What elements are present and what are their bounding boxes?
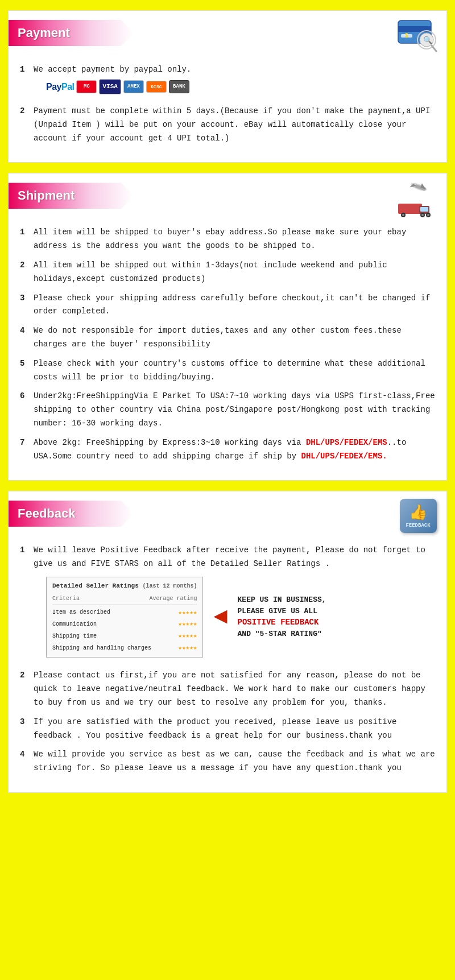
ship-item-4: 4 We do not responsible for import dutie… [20, 324, 435, 352]
payment-item-1: 1 We accept payment by paypal only. PayP… [20, 63, 435, 99]
ship-item-2: 2 All item will be shipped out within 1-… [20, 259, 435, 286]
svg-point-20 [427, 214, 429, 216]
svg-line-7 [432, 46, 436, 51]
ratings-subtitle: (last 12 months) [142, 583, 197, 589]
payment-cards: PayPal MC VISA AMEX DISC BANK [46, 79, 435, 94]
feedback-header: Feedback 👍 FEEDBACK [9, 491, 446, 536]
stars-1: ★★★★★ [178, 619, 197, 630]
payment-icon: $ 🔍 [395, 15, 441, 55]
table-row: Shipping time ★★★★★ [52, 630, 197, 642]
feedback-item-2: 2 Please contact us first,if you are not… [20, 669, 435, 709]
shipment-header: Shipment [9, 173, 446, 218]
svg-rect-14 [420, 207, 428, 212]
payment-item-2-num: 2 [20, 105, 30, 118]
ratings-table: Detailed Seller Ratings (last 12 months)… [46, 577, 203, 658]
svg-text:$: $ [405, 32, 408, 39]
feedback-label: FEEDBACK [406, 523, 430, 528]
svg-text:🔍: 🔍 [423, 35, 433, 45]
table-row: Item as described ★★★★★ [52, 607, 197, 619]
table-row: Shipping and handling charges ★★★★★ [52, 642, 197, 654]
dhl-red-1: DHL/UPS/FEDEX/EMS [306, 438, 387, 447]
shipment-section: Shipment [8, 173, 447, 481]
ratings-title: Detailed Seller Ratings (last 12 months) [52, 581, 197, 592]
shipment-title-wrap: Shipment [9, 183, 134, 209]
ratings-area: Detailed Seller Ratings (last 12 months)… [46, 577, 435, 658]
stars-2: ★★★★★ [178, 631, 197, 642]
svg-point-16 [402, 214, 404, 216]
payment-header: Payment $ 🔍 [9, 11, 446, 55]
paypal-logo: PayPal [46, 79, 74, 94]
discover-icon: DISC [146, 81, 167, 93]
shipment-icon [395, 178, 441, 218]
feedback-title: Feedback [18, 506, 76, 520]
payment-title-wrap: Payment [9, 20, 134, 46]
ship-item-6: 6 Under2kg:FreeShippingVia E Parket To U… [20, 390, 435, 430]
keep-us-text: KEEP US IN BUSINESS, PLEASE GIVE US ALL … [238, 594, 326, 640]
shipment-title: Shipment [18, 188, 75, 202]
feedback-icon: 👍 FEEDBACK [400, 499, 437, 533]
feedback-item-3: 3 If you are satisfied with the product … [20, 716, 435, 743]
feedback-item-4: 4 We will provide you service as best as… [20, 748, 435, 775]
positive-feedback-text: POSITIVE FEEDBACK [238, 617, 326, 628]
svg-rect-12 [398, 204, 422, 214]
payment-item-2: 2 Payment must be complete within 5 days… [20, 105, 435, 145]
ship-item-5: 5 Please check with your country's custo… [20, 357, 435, 384]
ship-item-1: 1 All item will be shipped to buyer's eb… [20, 226, 435, 253]
arrow-left-icon: ◀ [213, 598, 227, 636]
thumbs-up-icon: 👍 [409, 503, 427, 522]
feedback-content: 1 We will leave Positive Feedback after … [9, 544, 446, 775]
table-row: Communication ★★★★★ [52, 618, 197, 630]
payment-item-1-text: We accept payment by paypal only. PayPal… [34, 63, 435, 99]
svg-point-18 [421, 214, 424, 216]
ship-item-7: 7 Above 2kg: FreeShipping by Express:3~1… [20, 436, 435, 464]
payment-title: Payment [18, 26, 70, 40]
feedback-title-wrap: Feedback [9, 501, 134, 527]
payment-content: 1 We accept payment by paypal only. PayP… [9, 63, 446, 145]
shipment-content: 1 All item will be shipped to buyer's eb… [9, 226, 446, 463]
stars-0: ★★★★★ [178, 607, 197, 618]
feedback-item-1: 1 We will leave Positive Feedback after … [20, 544, 435, 663]
feedback-icon-wrap: 👍 FEEDBACK [395, 496, 441, 536]
ratings-col-headers: Criteria Average rating [52, 594, 197, 605]
ship-item-3: 3 Please check your shipping address car… [20, 292, 435, 319]
amex-icon: AMEX [123, 80, 144, 93]
payment-item-1-num: 1 [20, 63, 30, 77]
mastercard-icon: MC [76, 80, 97, 93]
visa-icon: VISA [99, 79, 121, 94]
payment-section: Payment $ 🔍 1 We accept payment by paypa… [8, 10, 447, 163]
stars-3: ★★★★★ [178, 643, 197, 654]
payment-item-2-text: Payment must be complete within 5 days.(… [34, 105, 435, 145]
feedback-section: Feedback 👍 FEEDBACK 1 We will leave Posi… [8, 491, 447, 793]
dhl-red-2: DHL/UPS/FEDEX/EMS. [301, 452, 387, 461]
bank-icon: BANK [169, 80, 189, 93]
